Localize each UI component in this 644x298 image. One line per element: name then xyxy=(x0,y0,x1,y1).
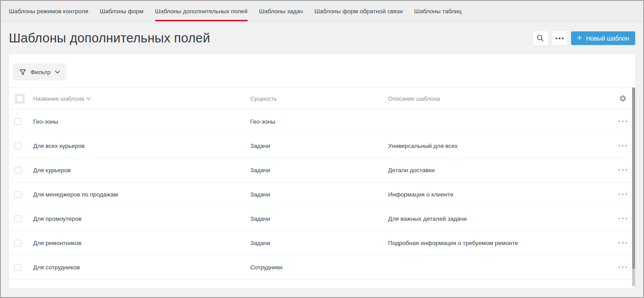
row-entity: Задачи xyxy=(250,143,388,149)
filter-button[interactable]: Фильтр xyxy=(13,64,66,80)
row-actions-cell xyxy=(610,142,635,149)
row-checkbox[interactable] xyxy=(15,143,21,149)
row-checkbox[interactable] xyxy=(15,118,21,125)
row-name: Для менеджеров по продажам xyxy=(33,191,250,198)
row-description: Детали доставки xyxy=(388,167,610,174)
vertical-scrollbar-track[interactable] xyxy=(632,87,635,287)
row-name: Гео-зоны xyxy=(33,118,250,125)
table-header-settings-cell xyxy=(610,94,635,102)
row-description: Для важных деталей задачи xyxy=(388,215,610,222)
header-actions: + Новый шаблон xyxy=(533,31,635,45)
template-tabs-bar: Шаблоны режимов контроля Шаблоны форм Ша… xyxy=(1,1,643,22)
new-template-label: Новый шаблон xyxy=(586,35,629,42)
sort-chevron-down-icon xyxy=(86,97,91,100)
row-entity: Задачи xyxy=(250,240,388,246)
row-checkbox-cell xyxy=(9,264,33,271)
row-checkbox-cell xyxy=(9,167,33,174)
row-entity: Задачи xyxy=(250,215,388,222)
tab-1[interactable]: Шаблоны форм xyxy=(100,1,144,21)
row-checkbox[interactable] xyxy=(15,215,21,222)
row-menu-icon[interactable] xyxy=(617,191,628,198)
row-menu-icon[interactable] xyxy=(617,215,628,222)
row-entity: Сотрудники xyxy=(250,264,388,271)
column-header-name[interactable]: Название шаблона xyxy=(33,95,250,102)
row-menu-icon[interactable] xyxy=(617,166,628,174)
column-header-name-label: Название шаблона xyxy=(33,95,84,102)
row-actions-cell xyxy=(610,264,635,271)
row-name: Для всех курьеров xyxy=(33,143,250,149)
ellipsis-icon xyxy=(556,38,564,39)
row-actions-cell xyxy=(610,118,635,125)
table-header-row: Название шаблона Сущность Описание шабло… xyxy=(9,87,635,109)
column-header-description[interactable]: Описание шаблона xyxy=(388,95,610,102)
row-actions-cell xyxy=(610,191,635,198)
chevron-down-icon xyxy=(55,70,60,74)
gear-icon xyxy=(619,94,627,102)
table-body: Гео-зоны Гео-зоны Для всех курьеров Зада… xyxy=(9,109,635,279)
row-actions-cell xyxy=(610,239,635,246)
table-row[interactable]: Для всех курьеров Задачи Универсальный д… xyxy=(9,134,635,158)
row-name: Для сотрудников xyxy=(33,264,250,271)
tab-label: Шаблоны форм xyxy=(100,8,144,15)
row-actions-cell xyxy=(610,166,635,174)
row-checkbox-cell xyxy=(9,240,33,246)
table-row[interactable]: Гео-зоны Гео-зоны xyxy=(9,109,635,134)
table-header-checkbox-cell xyxy=(9,94,33,104)
row-menu-icon[interactable] xyxy=(617,264,628,271)
tab-3[interactable]: Шаблоны задач xyxy=(259,1,303,21)
new-template-button[interactable]: + Новый шаблон xyxy=(571,31,635,45)
row-checkbox-cell xyxy=(9,191,33,198)
tab-label: Шаблоны форм обратной связи xyxy=(314,8,403,15)
column-header-entity[interactable]: Сущность xyxy=(250,95,388,102)
tab-label: Шаблоны дополнительных полей xyxy=(155,8,248,15)
row-name: Для курьеров xyxy=(33,167,250,174)
page-header: Шаблоны дополнительных полей + Новый шаб… xyxy=(1,22,643,54)
vertical-scrollbar-thumb[interactable] xyxy=(632,87,635,269)
table-row[interactable]: Для ремонтников Задачи Подробная информа… xyxy=(9,231,635,255)
filter-label: Фильтр xyxy=(30,69,50,75)
columns-settings-button[interactable] xyxy=(619,94,627,102)
filter-funnel-icon xyxy=(19,69,26,75)
row-menu-icon[interactable] xyxy=(617,118,628,125)
templates-card: Фильтр Название шаблона Сущность Описани… xyxy=(9,54,635,288)
table-row[interactable]: Для менеджеров по продажам Задачи Информ… xyxy=(9,182,635,207)
tab-label: Шаблоны режимов контроля xyxy=(9,8,88,15)
row-name: Для ремонтников xyxy=(33,240,250,246)
tab-0[interactable]: Шаблоны режимов контроля xyxy=(9,1,88,21)
select-all-checkbox[interactable] xyxy=(16,95,23,102)
row-checkbox-cell xyxy=(9,215,33,222)
row-actions-cell xyxy=(610,215,635,222)
tab-label: Шаблоны таблиц xyxy=(414,8,461,15)
row-checkbox[interactable] xyxy=(15,167,21,174)
tab-4[interactable]: Шаблоны форм обратной связи xyxy=(314,1,403,21)
more-actions-button[interactable] xyxy=(552,31,567,45)
search-button[interactable] xyxy=(533,31,548,45)
row-menu-icon[interactable] xyxy=(617,239,628,246)
row-description: Подробная информация о требуемом ремонте xyxy=(388,240,610,246)
row-checkbox-cell xyxy=(9,143,33,149)
row-entity: Задачи xyxy=(250,191,388,198)
tab-5[interactable]: Шаблоны таблиц xyxy=(414,1,461,21)
tab-label: Шаблоны задач xyxy=(259,8,303,15)
row-name: Для промоутеров xyxy=(33,215,250,222)
table-row[interactable]: Для сотрудников Сотрудники xyxy=(9,255,635,279)
row-entity: Задачи xyxy=(250,167,388,174)
row-entity: Гео-зоны xyxy=(250,118,388,125)
table-row[interactable]: Для промоутеров Задачи Для важных детале… xyxy=(9,207,635,231)
page-title: Шаблоны дополнительных полей xyxy=(9,31,210,45)
tab-2[interactable]: Шаблоны дополнительных полей xyxy=(155,1,248,21)
row-checkbox[interactable] xyxy=(15,264,21,271)
table-row[interactable]: Для курьеров Задачи Детали доставки xyxy=(9,158,635,182)
search-icon xyxy=(537,34,544,42)
row-checkbox-cell xyxy=(9,118,33,125)
select-all-checkbox-frame xyxy=(15,94,25,104)
row-checkbox[interactable] xyxy=(15,191,21,198)
row-description: Универсальный для всех xyxy=(388,143,610,149)
row-menu-icon[interactable] xyxy=(617,142,628,149)
row-checkbox[interactable] xyxy=(15,240,21,246)
plus-icon: + xyxy=(577,34,582,42)
row-description: Информация о клиенте xyxy=(388,191,610,198)
